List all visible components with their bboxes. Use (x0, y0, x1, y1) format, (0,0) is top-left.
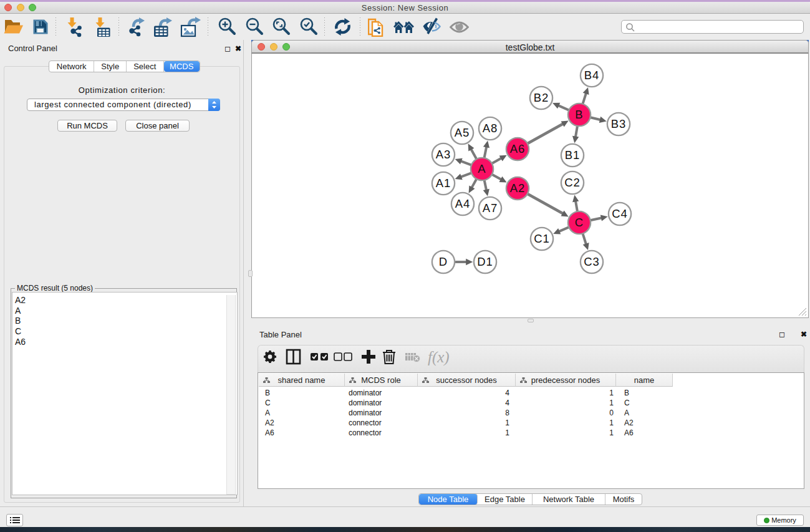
svg-text:f(x): f(x) (428, 349, 450, 366)
svg-text:A: A (478, 162, 486, 175)
svg-text:D1: D1 (477, 255, 493, 268)
svg-text:A6: A6 (510, 142, 526, 155)
svg-text:A5: A5 (455, 126, 470, 139)
svg-text:A4: A4 (455, 197, 471, 210)
svg-text:C2: C2 (564, 176, 581, 189)
svg-text:B4: B4 (584, 69, 600, 82)
svg-text:B: B (575, 108, 583, 121)
svg-text:B1: B1 (565, 148, 581, 162)
svg-text:A3: A3 (436, 148, 451, 161)
svg-text:C1: C1 (534, 232, 550, 245)
svg-text:C4: C4 (612, 207, 628, 220)
svg-text:B2: B2 (534, 91, 549, 104)
svg-text:D: D (439, 255, 448, 268)
svg-text:B3: B3 (611, 117, 627, 130)
svg-text:A2: A2 (510, 181, 526, 195)
svg-text:A1: A1 (436, 177, 451, 190)
svg-text:A7: A7 (483, 201, 498, 215)
svg-text:A8: A8 (483, 122, 498, 135)
svg-text:C3: C3 (584, 255, 600, 268)
svg-text:C: C (575, 216, 584, 229)
